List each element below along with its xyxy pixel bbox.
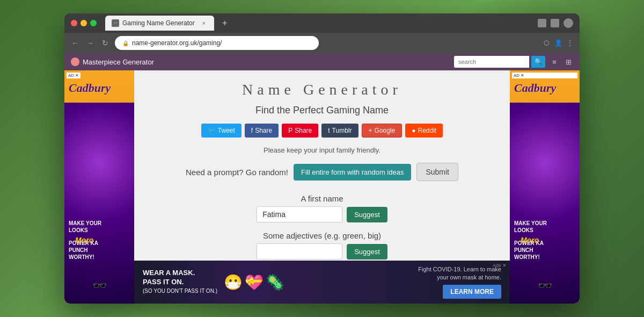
adjectives-input[interactable] [257,243,342,260]
logo-icon [71,57,79,66]
title-bar: 🎮 Gaming Name Generator × + [64,13,580,33]
ad-text-make-right: MAKE YOURLOOKS [514,220,547,234]
ad-sunglasses-icon-right: 🕶️ [538,279,552,293]
virus-emoji: 🦠 [266,273,284,291]
ad-purple-bg [64,103,134,304]
tab-title: Gaming Name Generator [122,19,195,27]
address-input[interactable]: 🔒 name-generator.org.uk/gaming/ [115,36,319,50]
new-tab-button[interactable]: + [218,17,231,30]
bottom-ad-right: Fight COVID-19. Learn to makeyour own ma… [291,265,501,299]
ad-text-make: MAKE YOURLOOKS [69,220,101,234]
site-toolbar: Masterpiece Generator 🔍 ≡ ⊞ [64,53,580,70]
tab-favicon: 🎮 [112,19,119,27]
family-friendly-notice: Please keep your input family friendly. [264,146,380,154]
random-prompt-label: Need a prompt? Go random! [186,168,288,177]
tumblr-icon: t [328,127,330,134]
facebook-share-button[interactable]: f Share [245,124,279,138]
minimize-window-button[interactable] [80,20,87,26]
ad-left: AD ✕ Cadbury MAKE YOURLOOKS Moro POWER K… [64,70,134,304]
fill-random-button[interactable]: Fill entire form with random ideas [294,164,411,181]
adjectives-row: Suggest [257,243,387,260]
random-row: Need a prompt? Go random! Fill entire fo… [186,163,458,181]
page-content: AD ✕ Cadbury MAKE YOURLOOKS Moro POWER K… [64,70,580,304]
search-button[interactable]: 🔍 [531,56,545,68]
ads-label: Ads ✕ [493,263,507,268]
tumblr-button[interactable]: t Tumblr [321,124,358,138]
url-text: name-generator.org.uk/gaming/ [132,39,222,47]
bottom-ad-info: Fight COVID-19. Learn to makeyour own ma… [418,265,501,282]
title-bar-icons [538,18,573,28]
menu-icon[interactable]: ⋮ [566,39,574,47]
ssl-icon: 🔒 [122,40,129,46]
ad-badge-right: AD ✕ [512,73,577,78]
maximize-window-button[interactable] [90,20,97,26]
main-content: Name Generator Find the Perfect Gaming N… [134,70,510,304]
tab-close-button[interactable]: × [200,19,208,27]
active-tab[interactable]: 🎮 Gaming Name Generator × [105,16,214,31]
site-logo[interactable]: Masterpiece Generator [71,57,154,66]
profile-menu-icon[interactable]: 👤 [554,39,562,47]
first-name-label: A first name [301,194,343,203]
address-bar-actions: ⬡ 👤 ⋮ [542,39,574,47]
toolbar-icon-2[interactable]: ⊞ [564,57,573,67]
refresh-button[interactable]: ↻ [100,38,111,48]
window-icon-2 [551,19,559,27]
bottom-ad-text: WEAR A MASK. PASS IT ON. (SO YOU DON'T P… [143,269,217,296]
google-button[interactable]: + Google [362,124,402,138]
close-window-button[interactable] [71,20,77,26]
submit-button[interactable]: Submit [416,163,458,181]
pinterest-icon: P [288,127,292,134]
cadbury-logo-left: Cadbury [69,81,111,95]
ad-sunglasses-icon: 🕶️ [92,279,107,293]
forward-button[interactable]: → [85,38,96,48]
ad-purple-bg-right [510,103,580,304]
google-icon: + [369,127,372,134]
learn-more-button[interactable]: LEARN MORE [443,285,501,299]
browser-window: 🎮 Gaming Name Generator × + ← → ↻ 🔒 name… [64,13,580,304]
ad-badge-left: AD ✕ [67,73,80,78]
search-input[interactable] [454,56,529,68]
twitter-icon: 🐦 [208,127,216,134]
bottom-ad-emojis: 😷 💝 🦠 [224,273,284,291]
first-name-suggest-button[interactable]: Suggest [347,207,387,222]
back-button[interactable]: ← [70,38,80,48]
adjectives-section: Some adjectives (e.g. green, big) Sugges… [145,231,499,260]
toolbar-icon-1[interactable]: ≡ [550,57,559,67]
first-name-row: Suggest [257,206,387,222]
site-name: Masterpiece Generator [83,58,154,66]
extensions-icon[interactable]: ⬡ [542,39,551,47]
bottom-ad-banner: WEAR A MASK. PASS IT ON. (SO YOU DON'T P… [134,261,510,304]
page-subtitle: Find the Perfect Gaming Name [255,105,389,116]
heart-emoji: 💝 [245,273,264,291]
page-title: Name Generator [242,81,402,98]
pinterest-share-button[interactable]: P Share [282,124,318,138]
toolbar-search[interactable]: 🔍 [454,56,545,68]
first-name-section: A first name Suggest [145,194,499,222]
ad-right: AD ✕ Cadbury MAKE YOURLOOKS Moro POWER K… [510,70,580,304]
reddit-icon: ● [412,127,415,134]
adjectives-label: Some adjectives (e.g. green, big) [263,231,381,240]
cadbury-logo-right: Cadbury [514,81,556,95]
reddit-button[interactable]: ● Reddit [405,124,443,138]
social-buttons: 🐦 Tweet f Share P Share t Tumblr + Go [201,124,443,138]
window-icon-1 [538,19,546,27]
first-name-input[interactable] [257,206,342,222]
address-bar: ← → ↻ 🔒 name-generator.org.uk/gaming/ ⬡ … [64,33,580,53]
traffic-lights [71,20,97,26]
mask-emoji: 😷 [224,273,243,291]
adjectives-suggest-button[interactable]: Suggest [347,244,387,260]
profile-icon[interactable] [564,18,573,28]
facebook-icon: f [251,127,253,134]
tweet-button[interactable]: 🐦 Tweet [201,124,241,138]
